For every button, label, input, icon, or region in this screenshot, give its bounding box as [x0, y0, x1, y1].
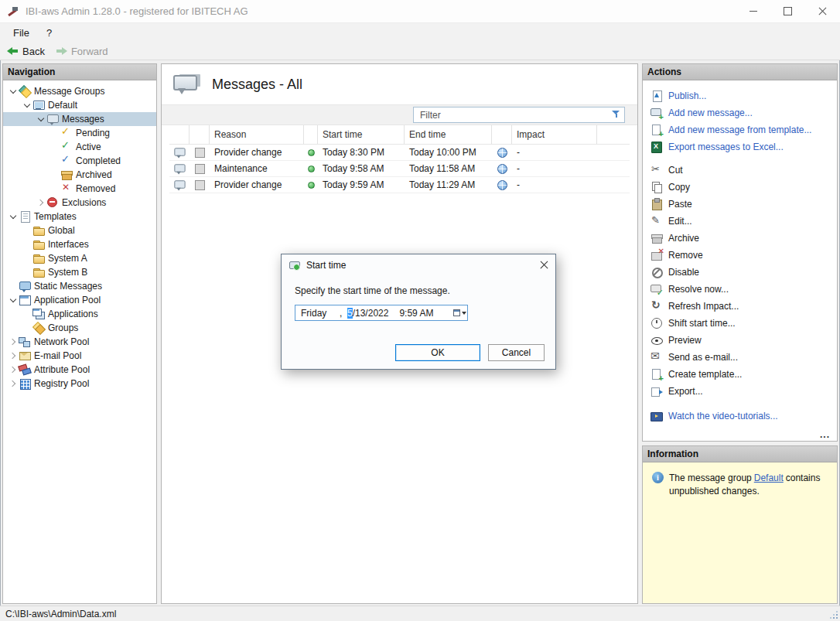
action-cut[interactable]: Cut — [650, 162, 837, 179]
chevron-right-icon[interactable] — [8, 350, 19, 361]
tree-item-label: Message Groups — [34, 86, 104, 97]
month-segment-selected[interactable]: 5 — [347, 308, 353, 319]
tree-item-label: Completed — [76, 155, 121, 166]
menu-file[interactable]: File — [6, 25, 36, 41]
action-send-as-email[interactable]: Send as e-mail... — [650, 349, 837, 366]
action-export[interactable]: Export... — [650, 383, 837, 400]
column-header-start-time[interactable]: Start time — [318, 125, 405, 144]
chevron-right-icon[interactable] — [8, 378, 19, 389]
tree-item-application-pool[interactable]: Application Pool — [3, 293, 156, 307]
calendar-dropdown-button[interactable] — [452, 305, 467, 320]
action-add-new-message[interactable]: Add new message... — [650, 104, 837, 121]
chevron-right-icon[interactable] — [8, 364, 19, 375]
resize-grip-icon[interactable] — [828, 609, 838, 619]
table-row[interactable]: Maintenance Today 9:58 AM Today 11:58 AM… — [169, 161, 630, 177]
filter-input[interactable] — [413, 107, 625, 123]
row-cell — [304, 161, 318, 176]
table-row[interactable]: Provider change Today 9:59 AM Today 11:2… — [169, 177, 630, 193]
action-watch-video-tutorials[interactable]: Watch the video-tutorials... — [650, 408, 837, 425]
row-checkbox[interactable] — [195, 148, 205, 158]
tree-item-interfaces[interactable]: Interfaces — [3, 237, 156, 251]
column-header-spacer — [492, 125, 512, 144]
tree-item-message-groups[interactable]: Message Groups — [3, 84, 156, 98]
chevron-down-icon[interactable] — [8, 86, 19, 97]
ok-button[interactable]: OK — [395, 344, 480, 361]
dialog-close-button[interactable] — [532, 254, 555, 275]
date-segment[interactable]: /13/2022 — [353, 308, 389, 319]
action-refresh-impact[interactable]: Refresh Impact... — [650, 298, 837, 315]
maximize-button[interactable] — [770, 0, 805, 22]
column-header-reason[interactable]: Reason — [210, 125, 304, 144]
row-checkbox[interactable] — [195, 180, 205, 190]
chevron-down-icon[interactable] — [8, 211, 19, 222]
tree-item-label: Groups — [48, 322, 78, 333]
time-segment[interactable]: 9:59 AM — [399, 308, 433, 319]
action-paste[interactable]: Paste — [650, 196, 837, 213]
action-copy[interactable]: Copy — [650, 179, 837, 196]
tree-item-messages[interactable]: Messages — [3, 112, 156, 126]
column-header-end-time[interactable]: End time — [405, 125, 492, 144]
tree-item-templates[interactable]: Templates — [3, 210, 156, 223]
action-archive[interactable]: Archive — [650, 230, 837, 247]
chevron-down-icon — [462, 312, 466, 315]
action-label: Add new message from template... — [668, 125, 811, 135]
default-group-link[interactable]: Default — [754, 473, 784, 483]
completed-icon — [60, 155, 73, 167]
tree-item-removed[interactable]: Removed — [3, 182, 156, 196]
back-button[interactable]: Back — [7, 46, 45, 57]
tree-item-exclusions[interactable]: Exclusions — [3, 196, 156, 210]
action-create-template[interactable]: Create template... — [650, 366, 837, 383]
minimize-button[interactable] — [736, 0, 770, 22]
tree-item-pending[interactable]: Pending — [3, 126, 156, 140]
edit-icon — [650, 215, 663, 227]
right-column: Actions Publish... Add new message... Ad… — [642, 63, 838, 604]
action-resolve-now[interactable]: Resolve now... — [650, 281, 837, 298]
action-shift-start-time[interactable]: Shift start time... — [650, 315, 837, 332]
tree-item-system-a[interactable]: System A — [3, 251, 156, 265]
action-edit[interactable]: Edit... — [650, 213, 837, 230]
tree-item-attribute-pool[interactable]: Attribute Pool — [3, 363, 156, 377]
datetime-picker[interactable]: Friday , 5 /13/2022 9:59 AM — [295, 305, 468, 321]
action-export-messages-to-excel[interactable]: Export messages to Excel... — [650, 138, 837, 155]
tree-item-groups[interactable]: Groups — [3, 321, 156, 335]
tree-item-applications[interactable]: Applications — [3, 307, 156, 321]
row-cell — [492, 161, 512, 176]
message-groups-icon — [19, 85, 31, 97]
action-disable[interactable]: Disable — [650, 264, 837, 281]
attribute-pool-icon — [19, 363, 31, 376]
tree-item-registry-pool[interactable]: Registry Pool — [3, 377, 156, 391]
chevron-down-icon[interactable] — [8, 295, 19, 305]
tree-item-archived[interactable]: Archived — [3, 168, 156, 182]
tree-item-label: Attribute Pool — [34, 364, 90, 375]
chevron-down-icon[interactable] — [22, 100, 32, 111]
chevron-right-icon[interactable] — [36, 197, 46, 208]
chevron-down-icon[interactable] — [36, 114, 46, 125]
tree-item-default[interactable]: Default — [3, 98, 156, 112]
action-add-new-message-from-template[interactable]: Add new message from template... — [650, 121, 837, 138]
cancel-button[interactable]: Cancel — [488, 344, 545, 361]
tree-item-static-messages[interactable]: Static Messages — [3, 279, 156, 293]
tree-item-email-pool[interactable]: E-mail Pool — [3, 349, 156, 363]
action-remove[interactable]: Remove — [650, 247, 837, 264]
forward-button[interactable]: Forward — [56, 46, 108, 57]
refresh-icon — [650, 300, 663, 312]
tree-item-completed[interactable]: Completed — [3, 154, 156, 168]
chevron-right-icon[interactable] — [8, 336, 19, 347]
start-time-cell: Today 9:58 AM — [318, 161, 405, 176]
groups-icon — [32, 322, 45, 334]
table-row[interactable]: Provider change Today 8:30 PM Today 10:0… — [169, 145, 630, 161]
folder-icon — [32, 266, 45, 278]
row-checkbox[interactable] — [195, 164, 205, 174]
actions-overflow[interactable]: ... — [820, 429, 830, 440]
action-preview[interactable]: Preview — [650, 332, 837, 349]
messages-icon — [46, 113, 59, 125]
tree-item-network-pool[interactable]: Network Pool — [3, 335, 156, 349]
column-header-impact[interactable]: Impact — [512, 125, 597, 144]
day-segment[interactable]: Friday — [301, 308, 340, 319]
close-button[interactable] — [805, 0, 840, 22]
tree-item-global[interactable]: Global — [3, 223, 156, 237]
tree-item-active[interactable]: Active — [3, 140, 156, 154]
tree-item-system-b[interactable]: System B — [3, 265, 156, 279]
action-publish[interactable]: Publish... — [650, 87, 837, 104]
menu-help[interactable]: ? — [39, 25, 59, 41]
